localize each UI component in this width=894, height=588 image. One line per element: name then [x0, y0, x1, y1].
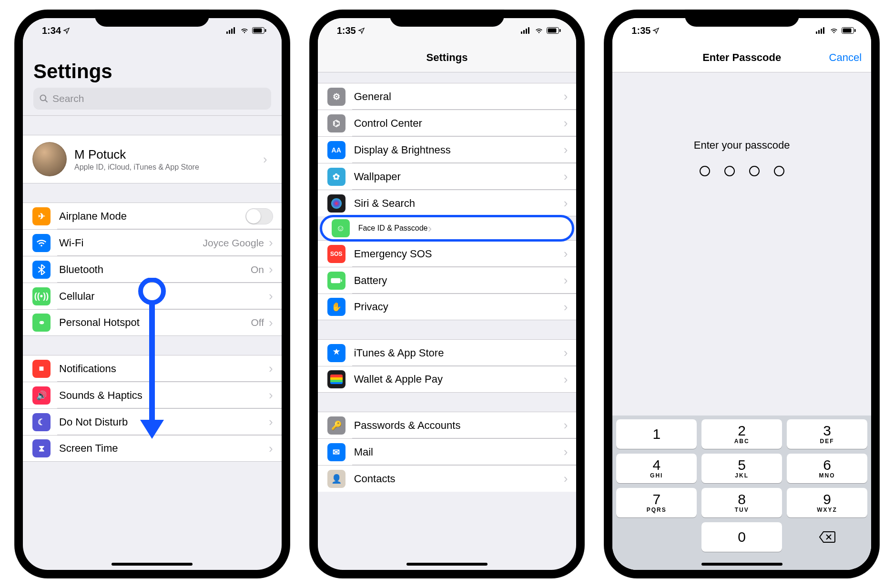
chevron-right-icon: › [269, 315, 273, 330]
avatar [32, 142, 67, 176]
battery-icon [327, 272, 345, 290]
row-label: Wallpaper [354, 171, 564, 183]
row-passwords-accounts[interactable]: 🔑 Passwords & Accounts › [318, 412, 577, 438]
keypad-key-7[interactable]: 7PQRS [616, 488, 697, 517]
row-label: Contacts [354, 473, 564, 485]
location-icon [652, 27, 660, 34]
svg-point-7 [41, 95, 46, 101]
keypad-key-0[interactable]: 0 [701, 522, 782, 552]
key-digit: 5 [738, 458, 746, 472]
chevron-right-icon: › [269, 262, 273, 277]
row-label: Notifications [59, 363, 269, 375]
chevron-right-icon: › [263, 152, 267, 167]
key-letters: ABC [734, 438, 750, 445]
svg-rect-6 [265, 29, 266, 32]
row-privacy[interactable]: ✋ Privacy › [318, 294, 577, 320]
row-airplane-mode[interactable]: ✈ Airplane Mode [23, 203, 282, 229]
home-indicator[interactable] [701, 563, 782, 566]
keypad-key-9[interactable]: 9WXYZ [787, 488, 867, 517]
status-time: 1:35 [631, 25, 650, 36]
row-emergency-sos[interactable]: SOS Emergency SOS › [318, 240, 577, 267]
signal-icon [226, 27, 237, 34]
key-letters: TUV [735, 507, 749, 513]
notch [685, 10, 799, 27]
row-wifi[interactable]: Wi-Fi Joyce Google › [23, 229, 282, 256]
row-itunes-app-store[interactable]: iTunes & App Store › [318, 339, 577, 366]
key-letters: WXYZ [817, 507, 837, 513]
row-mail[interactable]: ✉ Mail › [318, 438, 577, 465]
row-sounds-haptics[interactable]: 🔊 Sounds & Haptics › [23, 382, 282, 408]
wifi-icon [829, 27, 839, 34]
keypad-key-6[interactable]: 6MNO [787, 454, 867, 483]
contacts-icon: 👤 [327, 470, 345, 488]
row-contacts[interactable]: 👤 Contacts › [318, 465, 577, 492]
cancel-button[interactable]: Cancel [829, 51, 862, 64]
row-wallpaper[interactable]: ✿ Wallpaper › [318, 163, 577, 190]
row-do-not-disturb[interactable]: ☾ Do Not Disturb › [23, 408, 282, 435]
siri-icon [327, 194, 345, 213]
hand-icon: ✋ [327, 298, 345, 316]
svg-rect-15 [528, 27, 529, 34]
row-bluetooth[interactable]: Bluetooth On › [23, 256, 282, 283]
signal-icon [521, 27, 531, 34]
keypad-key-4[interactable]: 4GHI [616, 454, 697, 483]
bluetooth-icon [32, 261, 51, 279]
keypad-key-8[interactable]: 8TUV [701, 488, 782, 517]
row-label: Mail [354, 446, 564, 458]
wifi-icon [240, 27, 249, 34]
svg-rect-27 [854, 29, 856, 32]
switches-icon: ⌬ [327, 114, 345, 132]
backspace-icon [819, 531, 836, 543]
content-2[interactable]: ⚙ General › ⌬ Control Center › AA Displa… [318, 72, 577, 570]
row-display-brightness[interactable]: AA Display & Brightness › [318, 136, 577, 163]
row-personal-hotspot[interactable]: ⚭ Personal Hotspot Off › [23, 309, 282, 336]
row-label: Emergency SOS [354, 248, 564, 260]
keypad-key-1[interactable]: 1 [616, 419, 697, 449]
content-1[interactable]: M Potuck Apple ID, iCloud, iTunes & App … [23, 116, 282, 570]
svg-rect-19 [331, 278, 340, 283]
passcode-body: Enter your passcode 1 2ABC 3DEF 4GHI 5JK… [612, 72, 871, 570]
row-cellular[interactable]: ((•)) Cellular › [23, 283, 282, 309]
key-letters: JKL [735, 472, 749, 479]
home-indicator[interactable] [112, 563, 193, 566]
row-battery[interactable]: Battery › [318, 267, 577, 294]
large-title-area: Settings Search [23, 43, 282, 116]
row-screen-time[interactable]: ⧗ Screen Time › [23, 435, 282, 462]
notifications-icon: ■ [32, 360, 51, 378]
row-wallet-apple-pay[interactable]: Wallet & Apple Pay › [318, 366, 577, 393]
search-input[interactable]: Search [33, 88, 271, 110]
keypad-key-3[interactable]: 3DEF [787, 419, 867, 449]
row-control-center[interactable]: ⌬ Control Center › [318, 110, 577, 136]
keypad-backspace-button[interactable] [787, 522, 867, 552]
row-face-id-passcode-highlighted[interactable]: ☺ Face ID & Passcode › [320, 215, 575, 242]
passcode-dot [774, 166, 784, 176]
battery-icon [252, 27, 266, 34]
mail-icon: ✉ [327, 443, 345, 461]
passcode-prompt: Enter your passcode [694, 139, 790, 152]
row-label: Screen Time [59, 442, 269, 455]
nav-title: Settings [427, 51, 468, 64]
svg-rect-18 [559, 29, 561, 32]
passcode-dot [749, 166, 760, 176]
row-notifications[interactable]: ■ Notifications › [23, 355, 282, 382]
row-label: Sounds & Haptics [59, 389, 269, 402]
svg-line-8 [45, 100, 48, 102]
keypad-key-2[interactable]: 2ABC [701, 419, 782, 449]
profile-row[interactable]: M Potuck Apple ID, iCloud, iTunes & App … [23, 135, 282, 183]
svg-rect-3 [234, 27, 235, 34]
row-general[interactable]: ⚙ General › [318, 83, 577, 110]
notch [95, 10, 209, 27]
row-value: Off [251, 317, 264, 328]
toggle-airplane[interactable] [245, 208, 273, 224]
key-digit: 7 [652, 492, 660, 507]
key-digit: 9 [823, 492, 831, 507]
profile-name: M Potuck [74, 147, 263, 162]
svg-rect-1 [229, 30, 230, 34]
home-indicator[interactable] [406, 563, 488, 566]
row-value: On [251, 264, 264, 275]
wifi-icon [534, 27, 544, 34]
chevron-right-icon: › [269, 361, 273, 376]
keypad-key-5[interactable]: 5JKL [701, 454, 782, 483]
svg-rect-2 [231, 29, 233, 34]
row-siri-search[interactable]: Siri & Search › [318, 190, 577, 216]
